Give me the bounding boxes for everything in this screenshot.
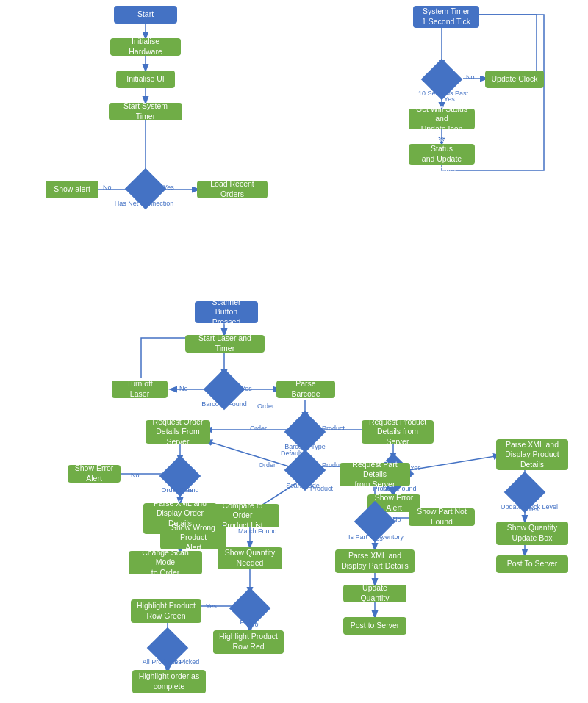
order-yes-label: Yes [182,486,193,494]
has-net-no-label: No [103,184,112,191]
get-wifi-label: Get Wifi Status and Update Icon [415,104,469,134]
req-product-node: Request Product Details from Server [362,420,434,444]
init-hw-node: Initialise Hardware [110,38,181,56]
highlight-order-node: Highlight order as complete [132,670,206,693]
parse-xml-product-node: Parse XML and Display Product Details [496,439,568,470]
barcode-found-label: Barcode Found [187,400,261,408]
ten-sec-yes-label: Yes [444,95,455,103]
scan-order-label: Order [259,461,276,469]
start-label: Start [137,10,154,20]
show-part-not-label: Show Part Not Found [415,507,469,527]
parse-xml-part-label: Parse XML and Display Part Details [341,551,409,571]
req-order-label: Request Order Details From Server [151,417,204,447]
start-node: Start [114,6,177,24]
order-found-label: Order Found [151,486,209,494]
scan-default-label: Default [281,450,302,457]
sys-timer-label: System Timer 1 Second Tick [422,7,470,26]
show-error-label: Show Error Alert [74,464,115,483]
show-wrong-node: Show Wrong Product Alert [160,526,226,549]
init-ui-node: Initialise UI [116,71,175,88]
highlight-red-node: Highlight Product Row Red [213,630,284,654]
highlight-green-node: Highlight Product Row Green [131,599,201,623]
has-net-yes-label: Yes [163,184,174,191]
load-orders-label: Load Recent Orders [203,179,262,199]
all-picked-yes-label: Yes [171,658,182,666]
update-stock-yes-label: Yes [528,505,539,513]
product-flow-label: Product [310,485,333,492]
order-no-label: No [131,472,140,479]
is-part-yes-label: Yes [372,535,383,542]
parse-xml-part-node: Parse XML and Display Part Details [335,549,415,573]
sys-timer-node: System Timer 1 Second Tick [413,6,479,28]
post-server2-node: Post To Server [496,555,568,573]
init-hw-label: Initialise Hardware [116,37,175,57]
get-battery-label: Get Battery Status and Update Indicator [415,134,469,175]
show-wrong-label: Show Wrong Product Alert [166,523,220,553]
get-wifi-node: Get Wifi Status and Update Icon [409,109,475,129]
get-battery-node: Get Battery Status and Update Indicator [409,144,475,165]
scanner-btn-node: Scanner Button Pressed [195,301,258,323]
has-net-label: Has Net Connection [100,200,188,207]
barcode-no-label: No [179,385,188,392]
req-part-label: Request Part Details from Server [345,460,404,490]
start-timer-label: Start System Timer [115,101,176,121]
is-part-no-label: No [392,516,401,523]
order-flow-label: Order [257,403,274,410]
compare-match-label: Match Found [238,527,277,535]
init-ui-label: Initialise UI [126,74,164,84]
ten-sec-no-label: No [466,73,475,81]
parse-barcode-label: Parse Barcode [282,379,329,399]
change-scan-node: Change Scan Mode to Order [129,551,202,574]
barcode-yes-label: Yes [241,385,252,392]
update-clock-label: Update Clock [491,74,537,84]
scanner-btn-label: Scanner Button Pressed [201,298,252,328]
highlight-red-label: Highlight Product Row Red [219,632,278,652]
ten-sec-label: 10 Seconds Past [410,90,476,97]
post-server-label: Post to Server [351,621,400,631]
product-yes-label: Yes [410,464,421,472]
post-server-node: Post to Server [343,617,406,635]
turn-off-laser-node: Turn off Laser [112,381,168,398]
post-server2-label: Post To Server [507,559,558,569]
show-qty-needed-node: Show Quantity Needed [218,547,282,569]
req-part-node: Request Part Details from Server [340,463,410,486]
highlight-green-label: Highlight Product Row Green [137,601,196,621]
parse-barcode-node: Parse Barcode [276,381,335,398]
parse-xml-product-label: Parse XML and Display Product Details [505,440,559,470]
show-qty-needed-label: Show Quantity Needed [225,548,275,568]
start-timer-node: Start System Timer [109,103,182,120]
start-laser-label: Start Laser and Timer [191,334,259,353]
picked-no-label: No [250,621,259,628]
highlight-order-label: Highlight order as complete [139,671,199,691]
update-qty-label: Update Quantity [349,583,401,603]
update-clock-node: Update Clock [485,71,544,88]
show-part-not-node: Show Part Not Found [409,508,475,526]
picked-yes-label: Yes [206,602,217,610]
update-qty-node: Update Quantity [343,585,406,602]
show-alert-label: Show alert [54,184,90,195]
show-alert-node: Show alert [46,181,98,198]
req-product-label: Request Product Details from Server [368,417,428,447]
start-laser-node: Start Laser and Timer [185,335,265,353]
show-error-node: Show Error Alert [68,465,121,483]
turn-off-laser-label: Turn off Laser [118,379,162,399]
barcode-order-label: Order [250,425,267,432]
req-order-node: Request Order Details From Server [146,420,210,444]
show-qty-update-label: Show Quantity Update Box [507,523,557,543]
load-orders-node: Load Recent Orders [197,181,268,198]
svg-line-25 [409,455,500,470]
show-qty-update-node: Show Quantity Update Box [496,522,568,545]
barcode-product-label: Product [322,425,345,432]
